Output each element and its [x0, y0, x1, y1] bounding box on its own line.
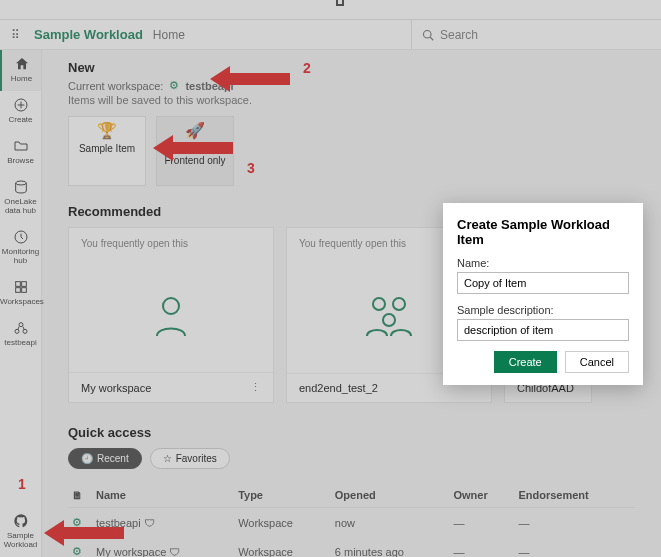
- name-input[interactable]: [457, 272, 629, 294]
- rail-workspaces[interactable]: Workspaces: [0, 273, 41, 314]
- rail-label: testbeapi: [4, 338, 36, 347]
- col-name[interactable]: Name: [92, 483, 234, 508]
- rail-label: Monitoring hub: [2, 247, 39, 265]
- person-icon: [153, 294, 189, 338]
- data-hub-icon: [13, 179, 29, 195]
- home-icon: [14, 56, 30, 72]
- svg-line-1: [430, 37, 433, 40]
- workspace-icon: ⚙: [72, 545, 82, 557]
- create-item-modal: Create Sample Workload Item Name: Sample…: [443, 203, 643, 385]
- app-title: Sample Workload: [34, 27, 143, 42]
- rail-label: Browse: [7, 156, 34, 165]
- workspace-icon: ⚙: [169, 79, 179, 92]
- rail-label: Create: [8, 115, 32, 124]
- svg-point-5: [15, 181, 26, 185]
- search-box[interactable]: [411, 20, 661, 49]
- col-endorsement[interactable]: Endorsement: [514, 483, 635, 508]
- tile-sample-item-frontend[interactable]: 🚀 Sample Item - Frontend only: [156, 116, 234, 186]
- people-icon: [361, 294, 417, 338]
- card-footer: end2end_test_2: [299, 382, 378, 394]
- trophy-icon: 🏆: [73, 125, 141, 137]
- plus-circle-icon: [13, 97, 29, 113]
- table-row[interactable]: ⚙ testbeapi 🛡 Workspace now — —: [68, 508, 635, 538]
- svg-point-0: [424, 30, 432, 38]
- current-ws-label: Current workspace:: [68, 80, 163, 92]
- pill-label: Favorites: [176, 453, 217, 464]
- search-icon: [422, 29, 434, 41]
- new-title: New: [68, 60, 635, 75]
- current-workspace-row: Current workspace: ⚙ testbeapi: [68, 79, 635, 92]
- app-launcher-icon[interactable]: ⠿: [0, 28, 30, 42]
- desc-input[interactable]: [457, 319, 629, 341]
- svg-point-17: [383, 314, 395, 326]
- rail-label: OneLake data hub: [4, 197, 36, 215]
- cell-opened: 6 minutes ago: [331, 537, 450, 557]
- svg-rect-8: [21, 282, 26, 287]
- cell-type: Workspace: [234, 508, 331, 538]
- rail-onelake[interactable]: OneLake data hub: [0, 173, 41, 223]
- recommended-card[interactable]: You frequently open this My workspace ⋮: [68, 227, 274, 403]
- table-row[interactable]: ⚙ My workspace 🛡 Workspace 6 minutes ago…: [68, 537, 635, 557]
- cancel-button[interactable]: Cancel: [565, 351, 629, 373]
- cell-name: My workspace 🛡: [92, 537, 234, 557]
- svg-point-11: [19, 323, 23, 327]
- col-opened[interactable]: Opened: [331, 483, 450, 508]
- svg-point-13: [23, 329, 27, 333]
- more-icon[interactable]: ⋮: [250, 381, 261, 394]
- breadcrumb[interactable]: Home: [153, 28, 185, 42]
- svg-point-16: [393, 298, 405, 310]
- name-label: Name:: [457, 257, 629, 269]
- col-type[interactable]: Type: [234, 483, 331, 508]
- cell-endorsement: —: [514, 537, 635, 557]
- svg-point-15: [373, 298, 385, 310]
- workspace-icon: ⚙: [72, 516, 82, 528]
- workspace-item-icon: [13, 320, 29, 336]
- window-titlebar: [0, 0, 661, 20]
- search-input[interactable]: [440, 28, 640, 42]
- svg-rect-10: [21, 288, 26, 293]
- folder-icon: [13, 138, 29, 154]
- cell-opened: now: [331, 508, 450, 538]
- svg-point-12: [15, 329, 19, 333]
- col-icon: 🗎: [68, 483, 92, 508]
- app-header: ⠿ Sample Workload Home: [0, 20, 661, 50]
- svg-rect-7: [15, 282, 20, 287]
- clock-icon: 🕘: [81, 453, 93, 464]
- quick-access-table: 🗎 Name Type Opened Owner Endorsement ⚙ t…: [68, 483, 635, 557]
- tile-label: Sample Item - Frontend only: [161, 143, 229, 167]
- save-note: Items will be saved to this workspace.: [68, 94, 635, 106]
- tile-label: Sample Item: [73, 143, 141, 155]
- rail-home[interactable]: Home: [0, 50, 41, 91]
- rail-browse[interactable]: Browse: [0, 132, 41, 173]
- current-ws-name: testbeapi: [185, 80, 233, 92]
- rail-testbeapi[interactable]: testbeapi: [0, 314, 41, 355]
- card-hint: You frequently open this: [69, 228, 273, 259]
- quick-access-title: Quick access: [68, 425, 635, 440]
- monitor-icon: [13, 229, 29, 245]
- shield-icon: 🛡: [144, 517, 155, 529]
- rail-github[interactable]: Sample Workload: [0, 507, 41, 557]
- rail-label: Sample Workload: [4, 531, 38, 549]
- svg-rect-9: [15, 288, 20, 293]
- tile-sample-item[interactable]: 🏆 Sample Item: [68, 116, 146, 186]
- col-owner[interactable]: Owner: [449, 483, 514, 508]
- cell-endorsement: —: [514, 508, 635, 538]
- github-icon: [13, 513, 29, 529]
- shield-icon: 🛡: [169, 546, 180, 558]
- recent-pill[interactable]: 🕘 Recent: [68, 448, 142, 469]
- cell-owner: —: [449, 537, 514, 557]
- create-button[interactable]: Create: [494, 351, 557, 373]
- favorites-pill[interactable]: ☆ Favorites: [150, 448, 230, 469]
- rail-label: Workspaces: [0, 297, 44, 306]
- workspaces-icon: [13, 279, 29, 295]
- new-tiles: 🏆 Sample Item 🚀 Sample Item - Frontend o…: [68, 116, 635, 186]
- quick-access-section: Quick access 🕘 Recent ☆ Favorites 🗎 Name…: [68, 425, 635, 557]
- rocket-icon: 🚀: [161, 125, 229, 137]
- resize-handle-icon: [336, 0, 344, 6]
- cell-name: testbeapi 🛡: [92, 508, 234, 538]
- rail-create[interactable]: Create: [0, 91, 41, 132]
- cell-owner: —: [449, 508, 514, 538]
- svg-point-14: [163, 298, 179, 314]
- rail-monitoring[interactable]: Monitoring hub: [0, 223, 41, 273]
- left-rail: Home Create Browse OneLake data hub Moni…: [0, 50, 42, 557]
